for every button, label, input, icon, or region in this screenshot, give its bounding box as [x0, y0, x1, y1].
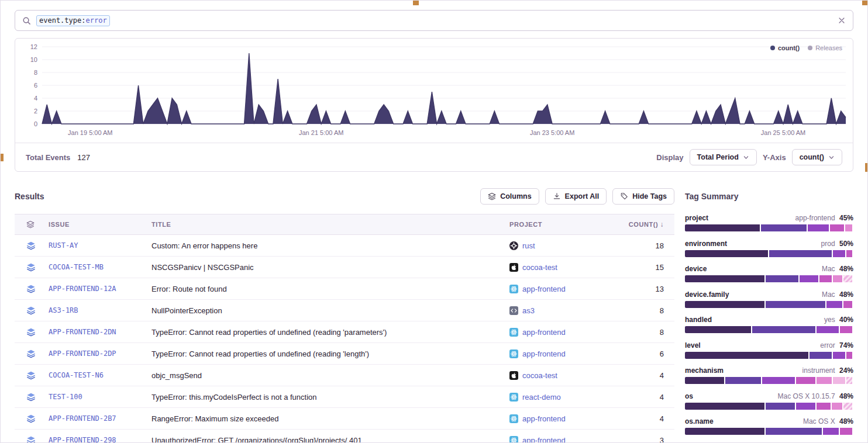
tag-bar-segment[interactable]: [819, 275, 832, 282]
tag-bar-segment[interactable]: [808, 224, 828, 231]
tag-bar-segment[interactable]: [769, 250, 832, 257]
project-name[interactable]: app-frontend: [522, 328, 566, 337]
tag-bar-segment[interactable]: [761, 224, 807, 231]
issue-id[interactable]: APP-FRONTEND-298: [49, 436, 151, 443]
issue-stack-cell[interactable]: [15, 392, 49, 402]
project-name[interactable]: rust: [522, 241, 535, 250]
svg-text:Jan 19 5:00 AM: Jan 19 5:00 AM: [68, 129, 112, 136]
events-chart[interactable]: 024681012Jan 19 5:00 AMJan 21 5:00 AMJan…: [20, 42, 848, 140]
table-row: APP-FRONTEND-12A Error: Route not found …: [15, 278, 674, 300]
tag-top-percent: 48%: [839, 290, 853, 299]
issue-id[interactable]: APP-FRONTEND-2DN: [49, 328, 151, 336]
legend-item-count[interactable]: count(): [770, 44, 800, 51]
column-header-count[interactable]: COUNT() ↓: [618, 220, 674, 229]
tag-bar-segment[interactable]: [840, 326, 852, 333]
tag-bar-segment[interactable]: [845, 224, 852, 231]
tag-bar-segment[interactable]: [830, 224, 844, 231]
issue-id[interactable]: APP-FRONTEND-2DP: [49, 349, 151, 358]
tag-bar-segment[interactable]: [752, 326, 815, 333]
tag-bar-segment[interactable]: [685, 224, 760, 231]
export-all-button[interactable]: Export All: [545, 188, 607, 205]
tag-bar-segment[interactable]: [833, 377, 845, 384]
project-name[interactable]: cocoa-test: [522, 263, 557, 272]
issue-id[interactable]: AS3-1RB: [49, 306, 151, 314]
tag-bar-segment[interactable]: [725, 377, 761, 384]
tag-bar-segment[interactable]: [800, 275, 819, 282]
column-header-issue[interactable]: ISSUE: [49, 221, 151, 228]
issue-id[interactable]: COCOA-TEST-MB: [49, 263, 151, 271]
project-name[interactable]: react-demo: [522, 393, 561, 402]
project-name[interactable]: cocoa-test: [522, 371, 557, 380]
clear-search-button[interactable]: [838, 16, 846, 25]
tag-bar-segment[interactable]: [833, 275, 842, 282]
issue-stack-cell[interactable]: [15, 284, 49, 293]
tag-bar-segment[interactable]: [833, 352, 845, 359]
issue-stack-cell[interactable]: [15, 435, 49, 443]
search-bar[interactable]: event.type:error: [15, 10, 853, 31]
chevron-down-icon: [828, 154, 835, 161]
tag-bar-segment[interactable]: [766, 275, 798, 282]
tag-bar-segment[interactable]: [685, 377, 724, 384]
tag-bar-segment[interactable]: [796, 403, 815, 410]
tag-bar-segment[interactable]: [843, 403, 852, 410]
issue-id[interactable]: TEST-100: [49, 393, 151, 401]
search-query-token[interactable]: event.type:error: [36, 15, 110, 26]
tag-bar-segment[interactable]: [846, 352, 852, 359]
header-stack-toggle[interactable]: [15, 220, 49, 229]
tag-bar-segment[interactable]: [685, 301, 764, 308]
tag-top-value: app-frontend: [795, 214, 837, 222]
tag-bar-segment[interactable]: [685, 275, 764, 282]
issue-id[interactable]: RUST-AY: [49, 241, 151, 250]
tag-bar-segment[interactable]: [796, 377, 815, 384]
project-name[interactable]: app-frontend: [522, 285, 566, 293]
issue-id[interactable]: COCOA-TEST-N6: [49, 371, 151, 379]
tag-top-label: Mac 48%: [822, 265, 853, 273]
tag-bar-segment[interactable]: [685, 352, 808, 359]
project-name[interactable]: as3: [522, 306, 535, 315]
tag-bar-segment[interactable]: [846, 377, 852, 384]
tag-bar-segment[interactable]: [685, 250, 768, 257]
tag-bar-segment[interactable]: [823, 428, 839, 435]
project-name[interactable]: app-frontend: [522, 349, 566, 358]
tag-bar-segment[interactable]: [817, 377, 832, 384]
tag-bar-segment[interactable]: [685, 403, 764, 410]
issue-layers-icon: [26, 327, 36, 337]
tag-bar-segment[interactable]: [762, 377, 795, 384]
issue-stack-cell[interactable]: [15, 306, 49, 315]
yaxis-dropdown[interactable]: count(): [792, 149, 842, 165]
tag-bar-segment[interactable]: [817, 403, 831, 410]
tag-bar-segment[interactable]: [766, 428, 822, 435]
issue-id[interactable]: APP-FRONTEND-2B7: [49, 414, 151, 423]
columns-button[interactable]: Columns: [480, 188, 539, 205]
issue-stack-cell[interactable]: [15, 371, 49, 380]
legend-item-releases[interactable]: Releases: [808, 44, 842, 51]
column-header-title[interactable]: TITLE: [151, 221, 509, 228]
tag-bar-segment[interactable]: [846, 250, 852, 257]
tag-bar-segment[interactable]: [826, 301, 842, 308]
tag-bar-segment[interactable]: [810, 352, 832, 359]
tag-bar-segment[interactable]: [685, 428, 764, 435]
issue-stack-cell[interactable]: [15, 349, 49, 358]
tag-bar-segment[interactable]: [766, 403, 795, 410]
tag-bar-segment[interactable]: [840, 428, 852, 435]
issue-stack-cell[interactable]: [15, 262, 49, 272]
issue-id[interactable]: APP-FRONTEND-12A: [49, 285, 151, 293]
tag-bar-segment[interactable]: [843, 275, 852, 282]
issue-title: TypeError: Cannot read properties of und…: [151, 349, 509, 358]
tag-bar-segment[interactable]: [766, 301, 825, 308]
project-name[interactable]: app-frontend: [522, 436, 566, 443]
issue-stack-cell[interactable]: [15, 327, 49, 337]
hide-tags-button[interactable]: Hide Tags: [612, 188, 674, 205]
tag-bar-segment[interactable]: [832, 403, 842, 410]
project-name[interactable]: app-frontend: [522, 414, 566, 423]
tag-bar-segment[interactable]: [833, 250, 845, 257]
display-dropdown[interactable]: Total Period: [690, 149, 757, 165]
tag-bar-segment[interactable]: [817, 326, 839, 333]
tag-bar-segment[interactable]: [685, 326, 751, 333]
event-count: 8: [618, 328, 674, 337]
tag-bar-segment[interactable]: [843, 301, 852, 308]
column-header-project[interactable]: PROJECT: [509, 221, 618, 228]
issue-stack-cell[interactable]: [15, 414, 49, 423]
tag-name: level: [685, 341, 701, 349]
issue-stack-cell[interactable]: [15, 241, 49, 250]
